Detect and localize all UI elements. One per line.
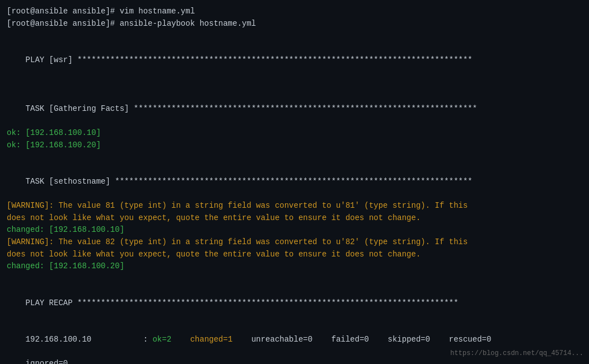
changed-host2: changed: [192.168.100.20] [7, 260, 582, 273]
task-sethostname-stars: ****************************************… [115, 177, 473, 186]
blank-line-1 [7, 30, 582, 42]
play-wsr-stars: ****************************************… [77, 55, 473, 64]
blank-line-4 [7, 273, 582, 285]
terminal: [root@ansible ansible]# vim hostname.yml… [0, 0, 589, 364]
warning-line-1a: [WARNING]: The value 81 (type int) in a … [7, 200, 582, 212]
recap-host1-unreachable: unreachable=0 failed=0 skipped=0 rescued… [232, 335, 491, 344]
recap-host1-sp1 [171, 335, 190, 344]
ok-host2: ok: [192.168.100.20] [7, 139, 582, 152]
play-recap-stars: ****************************************… [77, 298, 459, 307]
recap-host1-ignored: ignored=0 [7, 358, 582, 364]
task-sethostname-line: TASK [sethostname] *********************… [7, 164, 582, 200]
play-wsr-line: PLAY [wsr] *****************************… [7, 42, 582, 78]
command-playbook: [root@ansible ansible]# ansible-playbook… [7, 18, 582, 30]
task-sethostname-label: TASK [sethostname] [26, 177, 115, 186]
play-recap-line: PLAY RECAP *****************************… [7, 285, 582, 321]
blank-line-3 [7, 151, 582, 164]
play-wsr-label: PLAY [wsr] [26, 55, 77, 64]
warning-line-2a: [WARNING]: The value 82 (type int) in a … [7, 236, 582, 249]
ok-host1: ok: [192.168.100.10] [7, 127, 582, 139]
warning-line-1b: does not look like what you expect, quot… [7, 212, 582, 225]
recap-host1-changed: changed=1 [190, 335, 233, 344]
play-recap-label: PLAY RECAP [26, 298, 77, 307]
warning-line-2b: does not look like what you expect, quot… [7, 249, 582, 261]
task-gathering-line: TASK [Gathering Facts] *****************… [7, 91, 582, 127]
task-gathering-label: TASK [Gathering Facts] [26, 104, 134, 113]
watermark: https://blog.csdn.net/qq_45714... [450, 348, 583, 358]
task-gathering-stars: ****************************************… [134, 104, 477, 113]
recap-host1-ip: 192.168.100.10 [26, 335, 92, 344]
recap-host1-colon: : [91, 335, 152, 344]
changed-host1: changed: [192.168.100.10] [7, 224, 582, 236]
command-vim: [root@ansible ansible]# vim hostname.yml [7, 6, 582, 18]
blank-line-2 [7, 78, 582, 91]
recap-host1-ok: ok=2 [152, 335, 171, 344]
